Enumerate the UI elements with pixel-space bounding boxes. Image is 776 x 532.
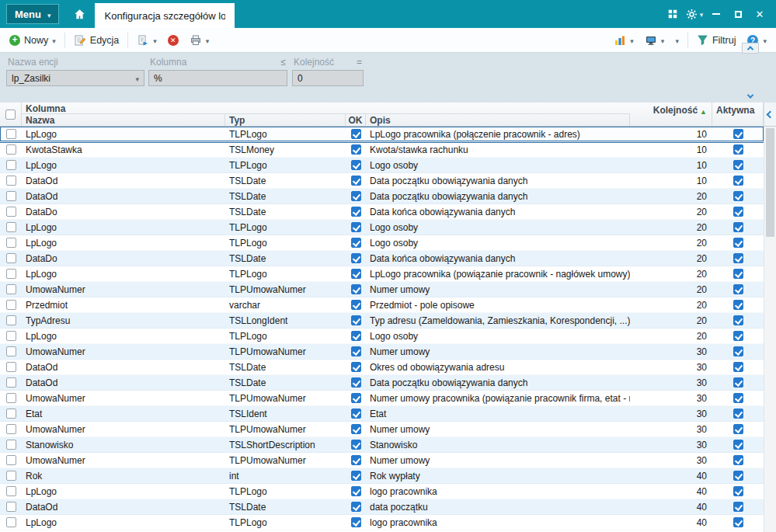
aktywna-checkbox[interactable]	[733, 393, 743, 403]
table-row[interactable]: LpLogo TLPLogo Logo osoby 20	[0, 220, 764, 235]
ok-checkbox[interactable]	[351, 176, 361, 186]
view-button[interactable]	[640, 32, 670, 49]
table-row[interactable]: DataDo TSLDate Data końca obowiązywania …	[0, 204, 764, 220]
ok-checkbox[interactable]	[351, 486, 361, 496]
row-select-checkbox[interactable]	[6, 502, 16, 512]
row-select-checkbox[interactable]	[6, 269, 16, 279]
aktywna-checkbox[interactable]	[733, 377, 743, 388]
row-select-checkbox[interactable]	[6, 284, 16, 294]
ok-checkbox[interactable]	[351, 393, 361, 403]
ok-checkbox[interactable]	[351, 269, 361, 279]
row-select-checkbox[interactable]	[6, 424, 16, 434]
table-row[interactable]: DataOd TSLDate Okres od obowiązywania ad…	[0, 360, 764, 375]
row-select-checkbox[interactable]	[6, 486, 16, 496]
settings-button[interactable]	[684, 3, 705, 25]
table-row[interactable]: LpLogo TLPLogo LpLogo pracownika (połącz…	[0, 127, 764, 142]
aktywna-checkbox[interactable]	[733, 144, 743, 155]
ok-checkbox[interactable]	[351, 238, 361, 248]
row-select-checkbox[interactable]	[6, 362, 16, 372]
table-row[interactable]: LpLogo TLPLogo Logo osoby 20	[0, 235, 764, 251]
collapse-side-panel-button[interactable]	[764, 103, 776, 126]
aktywna-checkbox[interactable]	[733, 455, 743, 465]
column-filter-input[interactable]: %	[148, 70, 287, 86]
expand-filter-button[interactable]	[742, 91, 759, 102]
table-row[interactable]: Przedmiot varchar Przedmiot - pole opiso…	[0, 297, 764, 313]
aktywna-checkbox[interactable]	[733, 331, 743, 341]
row-select-checkbox[interactable]	[6, 129, 16, 139]
copy-document-button[interactable]	[132, 32, 162, 49]
aktywna-checkbox[interactable]	[733, 300, 743, 310]
aktywna-checkbox[interactable]	[733, 424, 743, 434]
ok-checkbox[interactable]	[351, 160, 361, 170]
column-header-opis[interactable]: Opis	[366, 114, 630, 126]
ok-checkbox[interactable]	[351, 284, 361, 294]
ok-checkbox[interactable]	[351, 377, 361, 388]
ok-checkbox[interactable]	[351, 129, 361, 139]
table-row[interactable]: Etat TSLIdent Etat 30	[0, 406, 764, 422]
aktywna-checkbox[interactable]	[733, 207, 743, 217]
print-button[interactable]	[185, 32, 214, 49]
aktywna-checkbox[interactable]	[733, 253, 743, 263]
aktywna-checkbox[interactable]	[733, 471, 743, 481]
ok-checkbox[interactable]	[351, 346, 361, 356]
row-select-checkbox[interactable]	[6, 440, 16, 450]
table-row[interactable]: Rok int Rok wypłaty 40	[0, 468, 764, 484]
table-row[interactable]: KwotaStawka TSLMoney Kwota/stawka rachun…	[0, 142, 764, 158]
table-row[interactable]: DataOd TSLDate Data początku obowiązywan…	[0, 173, 764, 189]
vertical-scrollbar[interactable]	[764, 127, 776, 532]
row-select-checkbox[interactable]	[6, 222, 16, 232]
column-header-ok[interactable]: OK	[346, 114, 366, 126]
aktywna-checkbox[interactable]	[733, 362, 743, 372]
row-select-checkbox[interactable]	[6, 393, 16, 403]
row-select-checkbox[interactable]	[6, 238, 16, 248]
aktywna-checkbox[interactable]	[733, 517, 743, 527]
edit-button[interactable]: Edycja	[69, 32, 124, 49]
scrollbar-thumb[interactable]	[766, 128, 774, 237]
close-button[interactable]	[750, 3, 770, 25]
column-header-typ[interactable]: Typ	[225, 114, 346, 126]
aktywna-checkbox[interactable]	[733, 486, 743, 496]
table-row[interactable]: LpLogo TLPLogo logo pracownika 40	[0, 515, 764, 530]
aktywna-checkbox[interactable]	[733, 191, 743, 201]
table-row[interactable]: UmowaNumer TLPUmowaNumer Numer umowy pra…	[0, 391, 764, 406]
delete-button[interactable]	[163, 33, 183, 48]
aktywna-checkbox[interactable]	[733, 269, 743, 279]
table-row[interactable]: DataOd TSLDate Data początku obowiązywan…	[0, 375, 764, 391]
aktywna-checkbox[interactable]	[733, 346, 743, 356]
ok-checkbox[interactable]	[351, 362, 361, 372]
ok-checkbox[interactable]	[351, 144, 361, 155]
maximize-button[interactable]	[728, 3, 748, 25]
row-select-checkbox[interactable]	[6, 207, 16, 217]
table-row[interactable]: UmowaNumer TLPUmowaNumer Numer umowy 20	[0, 282, 764, 297]
row-select-checkbox[interactable]	[6, 471, 16, 481]
row-select-checkbox[interactable]	[6, 253, 16, 263]
ok-checkbox[interactable]	[351, 409, 361, 419]
row-select-checkbox[interactable]	[6, 160, 16, 170]
table-row[interactable]: TypAdresu TSLLongIdent Typ adresu (Zamel…	[0, 313, 764, 329]
table-row[interactable]: LpLogo TLPLogo logo pracownika 40	[0, 484, 764, 499]
row-select-checkbox[interactable]	[6, 517, 16, 527]
column-header-nazwa[interactable]: Nazwa	[22, 114, 225, 126]
select-all-checkbox[interactable]	[5, 110, 16, 120]
row-select-checkbox[interactable]	[6, 331, 16, 341]
column-filter-operator[interactable]: ≤	[280, 57, 286, 68]
aktywna-checkbox[interactable]	[733, 176, 743, 186]
aktywna-checkbox[interactable]	[733, 440, 743, 450]
ok-checkbox[interactable]	[351, 440, 361, 450]
entity-filter-select[interactable]: lp_Zasilki	[6, 70, 144, 86]
row-select-checkbox[interactable]	[6, 455, 16, 465]
order-filter-input[interactable]: 0	[292, 70, 364, 86]
tab-konfiguracja-szczegolow[interactable]: Konfiguracja szczegółów lo	[95, 3, 235, 28]
menu-button[interactable]: Menu	[6, 4, 59, 24]
ok-checkbox[interactable]	[351, 517, 361, 527]
row-select-checkbox[interactable]	[6, 191, 16, 201]
table-row[interactable]: UmowaNumer TLPUmowaNumer Numer umowy 30	[0, 344, 764, 360]
aktywna-checkbox[interactable]	[733, 129, 743, 139]
filter-button[interactable]: Filtruj	[692, 32, 741, 48]
ok-checkbox[interactable]	[351, 331, 361, 341]
ok-checkbox[interactable]	[351, 207, 361, 217]
table-row[interactable]: LpLogo TLPLogo Logo osoby 20	[0, 329, 764, 344]
aktywna-checkbox[interactable]	[733, 238, 743, 248]
table-row[interactable]: LpLogo TLPLogo LpLogo pracownika (powiąz…	[0, 266, 764, 282]
collapse-filter-button[interactable]	[742, 43, 759, 54]
